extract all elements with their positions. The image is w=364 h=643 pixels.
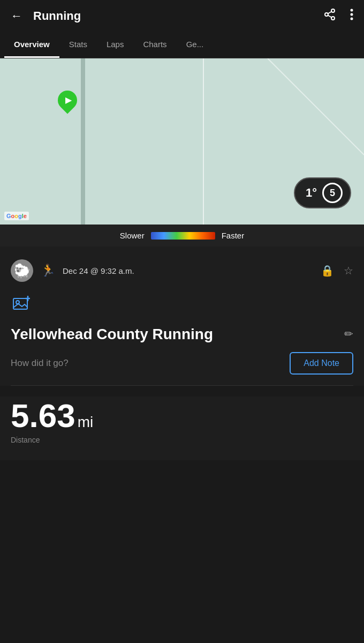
user-avatar-image [11,259,33,282]
edit-icon[interactable]: ✏ [344,327,353,340]
tab-stats[interactable]: Stats [59,32,97,58]
svg-rect-13 [13,298,27,309]
tab-overview[interactable]: Overview [4,32,59,58]
activity-meta: 🏃 Dec 24 @ 9:32 a.m. 🔒 ☆ [11,255,353,286]
share-button[interactable] [321,6,338,26]
svg-point-5 [351,9,353,12]
back-button[interactable]: ← [9,7,25,25]
add-photo-icon [13,298,30,314]
activity-title: Yellowhead County Running [11,325,338,343]
tab-bar: Overview Stats Laps Charts Ge... [0,32,364,58]
add-photo-button[interactable] [11,294,32,317]
distance-container: 5.63mi [11,397,353,435]
distance-label: Distance [11,436,353,444]
more-menu-button[interactable] [348,6,355,26]
activity-date: Dec 24 @ 9:32 a.m. [63,266,313,275]
distance-unit: mi [78,414,94,430]
tab-charts[interactable]: Charts [133,32,176,58]
svg-line-4 [328,12,332,14]
activity-title-row: Yellowhead County Running ✏ [11,325,353,343]
favorite-icon[interactable]: ☆ [344,264,353,277]
avatar [11,259,33,282]
run-icon: 🏃 [41,264,55,278]
note-row: How did it go? Add Note [11,352,353,375]
svg-line-3 [328,16,332,18]
meta-icons: 🔒 ☆ [321,264,353,277]
note-prompt: How did it go? [11,358,69,369]
top-bar: ← Running [0,0,364,32]
page-title: Running [33,9,81,23]
lap-display: 5 [322,183,343,203]
speed-legend: Slower Faster [0,225,364,246]
svg-point-6 [351,13,353,16]
faster-label: Faster [222,231,245,240]
google-logo: Google [4,212,29,220]
top-bar-left: ← Running [9,7,81,25]
temperature-display: 1° [306,186,317,200]
svg-point-7 [351,18,353,20]
start-pin: ▶ [58,91,79,116]
map-background: ▶ 1° 5 Google [0,58,364,225]
add-note-button[interactable]: Add Note [290,352,353,375]
tab-gear[interactable]: Ge... [177,32,214,58]
map-container[interactable]: ▶ 1° 5 Google [0,58,364,225]
stats-section: 5.63mi Distance [0,397,364,460]
svg-point-14 [16,301,19,304]
map-info-bubble: 1° 5 [294,177,351,208]
divider [11,385,353,386]
top-bar-actions [321,6,355,26]
info-card: 🏃 Dec 24 @ 9:32 a.m. 🔒 ☆ Yellowhead Coun… [0,246,364,386]
tab-laps[interactable]: Laps [97,32,134,58]
speed-gradient-bar [151,232,215,240]
slower-label: Slower [120,231,145,240]
distance-value: 5.63 [11,397,75,434]
lock-icon: 🔒 [321,264,334,277]
